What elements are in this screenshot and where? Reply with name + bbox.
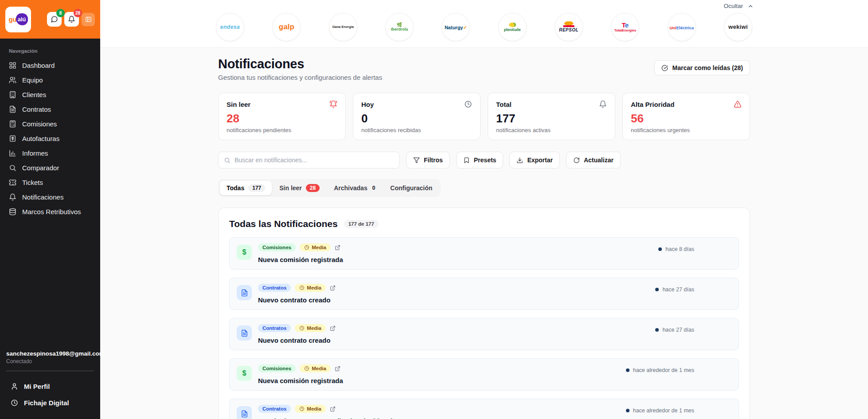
- export-button[interactable]: Exportar: [509, 152, 560, 168]
- sidebar-item-label: Marcos Retributivos: [22, 208, 81, 215]
- sidebar-item-informes[interactable]: Informes: [0, 146, 100, 161]
- filter-icon: [413, 157, 420, 164]
- dashboard-icon: [9, 62, 16, 69]
- stat-label: Hoy: [361, 101, 374, 108]
- sidebar-item-mi-perfil[interactable]: Mi Perfil: [6, 378, 94, 395]
- sidebar-item-notificaciones[interactable]: Notificaciones: [0, 190, 100, 204]
- search-icon: [224, 157, 231, 164]
- commission-icon: $: [237, 366, 252, 381]
- presets-button[interactable]: Presets: [456, 152, 504, 168]
- messages-button[interactable]: 8: [47, 12, 62, 27]
- repsol-logo-text: REPSOL: [559, 28, 579, 33]
- refresh-button[interactable]: Actualizar: [566, 152, 621, 168]
- provider-logo-gana-energia[interactable]: Gana Energía: [329, 13, 357, 41]
- stat-card-total: Total 177 notificaciones activas: [488, 93, 615, 140]
- notification-row[interactable]: Contratos Media Nuevo contrato creado ha…: [229, 318, 739, 350]
- sidebar-item-label: Autofacturas: [22, 135, 59, 142]
- search-icon: [9, 164, 16, 172]
- provider-logo-endesa[interactable]: endesa: [216, 13, 244, 41]
- tab-todas[interactable]: Todas177: [220, 181, 272, 195]
- naturgy-check-icon: ✓: [463, 25, 467, 30]
- unread-dot: [655, 328, 659, 332]
- notification-row[interactable]: Contratos Media Nuevo contrato creado ha…: [229, 278, 739, 310]
- sidebar-item-clientes[interactable]: Clientes: [0, 87, 100, 102]
- sidebar-item-label: Comisiones: [22, 120, 57, 128]
- provider-logo-iberdrola[interactable]: 🌿Iberdrola: [385, 13, 414, 41]
- external-link-icon[interactable]: [330, 325, 336, 331]
- tab-configuracion[interactable]: Configuración: [383, 181, 439, 195]
- plenitude-logo-text: plenitude: [504, 28, 521, 32]
- iberdrola-leaf-icon: 🌿: [397, 23, 402, 27]
- refresh-icon: [573, 157, 580, 164]
- sidebar-item-contratos[interactable]: Contratos: [0, 102, 100, 117]
- sidebar-item-autofacturas[interactable]: Autofacturas: [0, 131, 100, 146]
- stat-label: Total: [496, 101, 512, 108]
- stat-value: 177: [496, 112, 607, 125]
- provider-logo-repsol[interactable]: REPSOL: [555, 13, 583, 41]
- provider-logo-unielectrica[interactable]: UniEléctrica: [668, 13, 696, 41]
- sidebar-item-comisiones[interactable]: Comisiones: [0, 117, 100, 131]
- sidebar-item-label: Informes: [22, 149, 48, 157]
- app-logo[interactable]: gualú: [5, 7, 31, 32]
- unread-dot: [658, 247, 662, 251]
- sidebar-header: gualú 8 28: [0, 0, 100, 39]
- sidebar-item-fichaje-digital[interactable]: Fichaje Digital: [6, 395, 94, 411]
- search-input[interactable]: [235, 157, 394, 164]
- provider-logo-plenitude[interactable]: plenitude: [498, 13, 527, 41]
- database-icon: [9, 208, 16, 215]
- stat-caption: notificaciones pendientes: [227, 127, 337, 133]
- notifications-panel: Todas las Notificaciones 177 de 177 $ Co…: [218, 208, 750, 419]
- sidebar-item-marcos-retributivos[interactable]: Marcos Retributivos: [0, 204, 100, 219]
- bar-chart-icon: [9, 149, 16, 157]
- provider-logo-totalenergies[interactable]: TeTotalEnergies: [611, 13, 639, 41]
- sidebar-item-comparador[interactable]: Comparador: [0, 161, 100, 175]
- notification-row[interactable]: Contratos Media Estado de contrato actua…: [229, 399, 739, 419]
- notification-time: hace 27 días: [662, 286, 694, 293]
- filters-button[interactable]: Filtros: [406, 152, 450, 168]
- notifications-count-badge: 28: [74, 9, 82, 17]
- mark-all-read-button[interactable]: Marcar como leídas (28): [654, 60, 750, 75]
- app-logo-text-2: alú: [16, 13, 28, 25]
- sidebar-footer: sanchezespinosa1998@gmail.com Conectado …: [0, 345, 100, 419]
- providers-band: Ocultar endesa galp Gana Energía 🌿Iberdr…: [100, 0, 868, 48]
- nav-section-label: Navegación: [0, 45, 100, 58]
- provider-logos-row: endesa galp Gana Energía 🌿Iberdrola Natu…: [216, 13, 752, 41]
- unread-dot: [626, 409, 629, 412]
- sidebar-item-tickets[interactable]: Tickets: [0, 175, 100, 190]
- notification-title: Nueva comisión registrada: [258, 256, 658, 263]
- unread-dot: [626, 368, 629, 372]
- download-icon: [516, 157, 523, 164]
- notification-row[interactable]: $ Comisiones Media Nueva comisión regist…: [229, 237, 739, 270]
- priority-badge: Media: [295, 324, 326, 332]
- external-link-icon[interactable]: [335, 366, 340, 372]
- sidebar-item-equipo[interactable]: Equipo: [0, 73, 100, 87]
- provider-logo-naturgy[interactable]: Naturgy✓: [442, 13, 470, 41]
- provider-logo-galp[interactable]: galp: [272, 13, 301, 41]
- tab-archivadas[interactable]: Archivadas0: [327, 181, 383, 195]
- external-link-icon[interactable]: [335, 245, 340, 251]
- stat-caption: notificaciones recibidas: [361, 127, 472, 133]
- stat-value: 28: [227, 112, 337, 125]
- totalenergies-mark-icon: Te: [622, 22, 629, 28]
- bell-icon: [68, 16, 75, 23]
- sidebar-item-label: Mi Perfil: [24, 383, 50, 390]
- sidebar-collapse-button[interactable]: [82, 13, 95, 26]
- tab-count-badge: 28: [306, 184, 320, 192]
- notification-time: hace 8 días: [665, 246, 694, 252]
- page-content: Notificaciones Gestiona tus notificacion…: [100, 48, 868, 419]
- notifications-button[interactable]: 28: [64, 12, 79, 27]
- sidebar-item-dashboard[interactable]: Dashboard: [0, 58, 100, 73]
- external-link-icon[interactable]: [330, 406, 336, 412]
- totalenergies-logo-text: TotalEnergies: [614, 29, 636, 32]
- hide-providers-button[interactable]: Ocultar: [113, 3, 856, 9]
- sidebar-item-label: Comparador: [22, 164, 59, 172]
- tab-sin-leer[interactable]: Sin leer28: [273, 181, 326, 195]
- stat-label: Alta Prioridad: [631, 101, 674, 108]
- external-link-icon[interactable]: [330, 285, 336, 291]
- gana-energia-logo-text: Gana Energía: [332, 25, 353, 29]
- tab-count-badge: 0: [371, 184, 376, 192]
- bell-icon: [599, 100, 607, 108]
- provider-logo-wekiwi[interactable]: wekiwi: [724, 13, 752, 41]
- clock-icon: [299, 325, 305, 331]
- notification-row[interactable]: $ Comisiones Media Nueva comisión regist…: [229, 358, 739, 391]
